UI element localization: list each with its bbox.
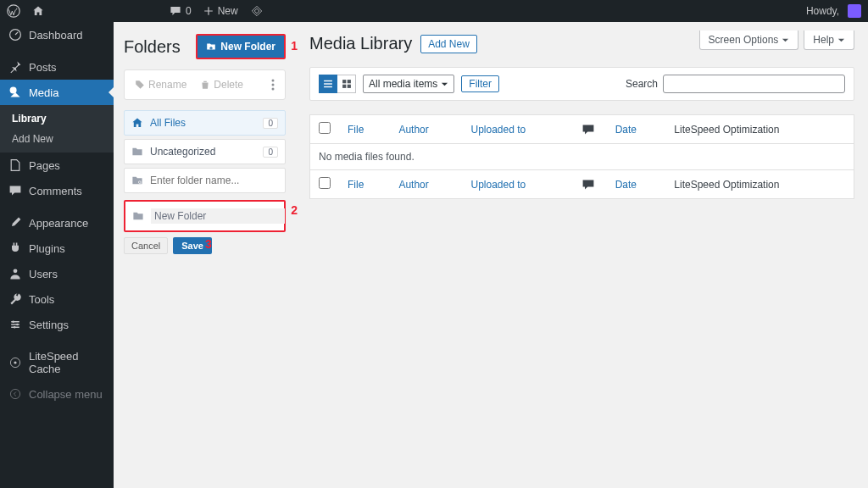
brush-icon <box>8 216 22 230</box>
svg-rect-19 <box>342 80 346 83</box>
rename-button[interactable]: Rename <box>130 75 192 94</box>
folder-uncategorized[interactable]: Uncategorized 0 <box>124 139 286 164</box>
svg-rect-16 <box>324 80 332 81</box>
menu-tools[interactable]: Tools <box>0 286 114 312</box>
svg-point-14 <box>272 88 275 91</box>
menu-pages[interactable]: Pages <box>0 152 114 178</box>
cancel-button[interactable]: Cancel <box>124 237 168 254</box>
svg-rect-1 <box>252 6 261 15</box>
menu-litespeed[interactable]: LiteSpeed Cache <box>0 344 114 381</box>
svg-point-11 <box>10 389 19 398</box>
wp-logo[interactable] <box>7 4 20 18</box>
folder-all-files[interactable]: All Files 0 <box>124 110 286 136</box>
list-icon <box>322 78 334 90</box>
svg-rect-20 <box>347 80 350 83</box>
annotation-3: 3 <box>205 237 212 251</box>
col-file[interactable]: File <box>339 115 390 144</box>
svg-rect-21 <box>342 85 346 88</box>
svg-point-5 <box>14 269 18 273</box>
add-new-button[interactable]: Add New <box>420 35 477 53</box>
chevron-down-icon <box>782 36 789 44</box>
main-pane: Media Library Add New Screen Options Hel… <box>296 22 868 488</box>
menu-posts[interactable]: Posts <box>0 54 114 80</box>
media-table: File Author Uploaded to Date LiteSpeed O… <box>309 114 854 199</box>
folder-name-input[interactable] <box>151 208 285 224</box>
media-type-select[interactable]: All media items <box>363 75 454 93</box>
media-icon <box>8 86 22 99</box>
col-comments[interactable] <box>573 115 607 144</box>
select-all-checkbox-footer[interactable] <box>319 177 331 189</box>
filter-button[interactable]: Filter <box>461 75 499 92</box>
table-footer: File Author Uploaded to Date LiteSpeed O… <box>310 170 854 199</box>
folder-search[interactable] <box>124 168 286 193</box>
folders-pane: Folders New Folder 1 Rename Delete <box>114 22 296 488</box>
delete-button[interactable]: Delete <box>195 75 248 94</box>
howdy[interactable]: Howdy, <box>806 5 839 17</box>
comment-icon <box>8 184 22 197</box>
tag-icon <box>135 80 145 90</box>
folder-editing-row[interactable] <box>124 200 286 232</box>
annotation-1: 1 <box>291 39 298 53</box>
new-content[interactable]: New <box>203 5 238 17</box>
svg-point-7 <box>16 324 18 325</box>
search-label: Search <box>626 78 658 90</box>
menu-settings[interactable]: Settings <box>0 312 114 337</box>
comment-icon <box>581 178 598 191</box>
grid-view-button[interactable] <box>337 75 356 93</box>
menu-media[interactable]: Media <box>0 80 114 105</box>
avatar[interactable] <box>848 4 861 18</box>
menu-plugins[interactable]: Plugins <box>0 236 114 261</box>
more-icon[interactable] <box>266 77 280 92</box>
table-header: File Author Uploaded to Date LiteSpeed O… <box>310 115 854 144</box>
svg-point-8 <box>14 326 15 328</box>
folder-search-icon <box>131 175 143 186</box>
menu-collapse[interactable]: Collapse menu <box>0 381 114 407</box>
folder-toolbar: Rename Delete <box>124 69 286 100</box>
svg-point-13 <box>272 84 275 86</box>
filter-bar: All media items Filter Search <box>309 67 854 101</box>
page-title: Media Library <box>309 34 412 53</box>
comment-icon <box>581 123 598 136</box>
list-view-button[interactable] <box>319 75 337 93</box>
folder-search-input[interactable] <box>150 175 278 186</box>
trash-icon <box>200 80 210 90</box>
admin-sidebar: Dashboard Posts Media Library Add New Pa… <box>0 22 114 488</box>
screen-options-button[interactable]: Screen Options <box>699 30 799 50</box>
svg-point-10 <box>14 361 16 363</box>
litespeed-icon <box>8 356 22 369</box>
search-input[interactable] <box>663 75 845 93</box>
svg-rect-2 <box>254 8 259 14</box>
col-uploaded[interactable]: Uploaded to <box>462 115 572 144</box>
chevron-down-icon <box>441 80 448 88</box>
svg-rect-22 <box>347 85 350 88</box>
col-ls: LiteSpeed Optimization <box>665 115 854 144</box>
svg-rect-17 <box>324 83 332 84</box>
annotation-2: 2 <box>291 203 298 217</box>
svg-rect-18 <box>324 86 332 87</box>
tool-icon <box>8 292 22 306</box>
comments-indicator[interactable]: 0 <box>170 5 192 17</box>
comments-count: 0 <box>186 5 192 17</box>
col-date[interactable]: Date <box>607 115 666 144</box>
folders-title: Folders <box>124 37 181 57</box>
settings-icon <box>8 318 22 331</box>
submenu-addnew[interactable]: Add New <box>0 129 114 149</box>
collapse-icon <box>8 387 22 401</box>
site-home-icon[interactable] <box>32 5 44 17</box>
new-folder-button[interactable]: New Folder <box>196 34 286 59</box>
folder-icon <box>131 146 143 158</box>
help-button[interactable]: Help <box>804 30 854 50</box>
page-icon <box>8 158 22 172</box>
col-author[interactable]: Author <box>390 115 462 144</box>
menu-appearance[interactable]: Appearance <box>0 210 114 236</box>
no-media-row: No media files found. <box>310 144 854 170</box>
chevron-down-icon <box>837 36 845 44</box>
home-icon <box>131 117 143 129</box>
menu-users[interactable]: Users <box>0 261 114 286</box>
folder-plus-icon <box>206 42 216 52</box>
submenu-library[interactable]: Library <box>0 108 114 129</box>
select-all-checkbox[interactable] <box>319 122 331 134</box>
menu-comments[interactable]: Comments <box>0 178 114 203</box>
diamond-icon[interactable] <box>250 4 264 18</box>
menu-dashboard[interactable]: Dashboard <box>0 22 114 47</box>
